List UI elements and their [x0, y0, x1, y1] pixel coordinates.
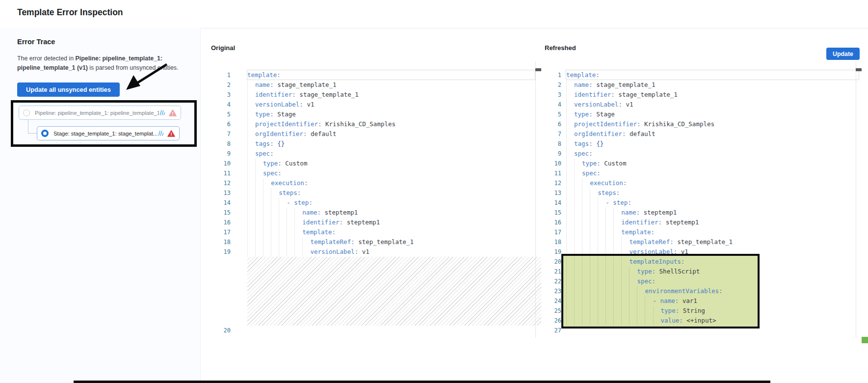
line-number: 21	[542, 267, 561, 276]
code-line: 18templateRef: step_template_1	[542, 237, 862, 247]
line-number: 3	[542, 90, 561, 100]
line-number: 9	[542, 149, 561, 159]
radio-unselected-icon[interactable]	[23, 109, 30, 116]
line-number: 2	[211, 80, 231, 90]
refreshed-yaml-editor[interactable]: 1template:2name: stage_template_13identi…	[542, 61, 862, 339]
code-line: 5type: Stage	[542, 109, 862, 119]
line-number: 19	[211, 247, 231, 257]
page-header: Template Error Inspection	[0, 0, 868, 28]
code-line: 1template:	[542, 70, 862, 80]
annotation-bottom-bar	[74, 381, 770, 383]
line-number: 24	[542, 296, 561, 306]
line-number: 20	[542, 257, 561, 267]
error-description-prefix: The error detected in	[17, 55, 75, 62]
code-line: 4versionLabel: v1	[542, 100, 862, 109]
line-number: 7	[542, 129, 561, 139]
code-line: 9spec:	[211, 149, 541, 159]
code-line: 16identifier: steptemp1	[211, 218, 541, 227]
update-all-unsynced-entities-button[interactable]: Update all unsynced entities	[17, 82, 120, 97]
line-number: 18	[211, 237, 231, 247]
code-line: 15name: steptemp1	[542, 208, 862, 218]
tree-node-pipeline-label: Pipeline: pipeline_template_1: pipeline_…	[35, 110, 159, 116]
line-number: 15	[542, 208, 561, 218]
code-line: 19versionLabel: v1	[211, 247, 541, 257]
line-number: 10	[542, 159, 561, 168]
code-line: 1template:	[211, 70, 541, 80]
refreshed-panel-title: Refreshed	[545, 44, 576, 52]
code-line: 2name: stage_template_1	[211, 80, 541, 90]
line-number: 14	[542, 198, 561, 208]
code-line: 10type: Custom	[542, 159, 862, 168]
code-line: 20templateInputs:	[542, 257, 862, 267]
tree-node-stage-label: Stage: stage_template_1: stage_templat..…	[53, 131, 158, 137]
line-number: 4	[542, 100, 561, 109]
code-line: 3identifier: stage_template_1	[211, 90, 541, 100]
code-line: 18templateRef: step_template_1	[211, 237, 541, 247]
code-line: 2name: stage_template_1	[542, 80, 862, 90]
code-line: 4versionLabel: v1	[211, 100, 541, 109]
code-line: 7orgIdentifier: default	[211, 129, 541, 139]
radio-selected-icon[interactable]	[41, 130, 49, 137]
line-number: 26	[542, 316, 561, 326]
code-line: 7orgIdentifier: default	[542, 129, 862, 139]
line-number: 5	[211, 109, 231, 119]
line-number: 5	[542, 109, 561, 119]
tree-node-pipeline[interactable]: Pipeline: pipeline_template_1: pipeline_…	[19, 106, 181, 120]
code-line: 17template:	[211, 227, 541, 237]
code-line: 6projectIdentifier: Krishika_CD_Samples	[211, 119, 541, 129]
template-icon	[158, 130, 164, 137]
tree-node-stage[interactable]: Stage: stage_template_1: stage_templat..…	[37, 126, 180, 140]
code-line: 13steps:	[211, 188, 541, 198]
line-number: 20	[211, 326, 231, 335]
code-line: 8tags: {}	[542, 139, 862, 149]
line-number: 25	[542, 306, 561, 316]
missing-lines-hatch	[247, 257, 541, 326]
line-number: 4	[211, 100, 231, 109]
line-number: 1	[211, 70, 231, 80]
page-title: Template Error Inspection	[17, 7, 123, 18]
code-line: 20	[211, 326, 541, 335]
template-error-inspection-page: Template Error Inspection Error Trace Th…	[0, 0, 868, 383]
warning-icon	[167, 130, 175, 137]
line-number: 9	[211, 149, 231, 159]
code-line: 5type: Stage	[211, 109, 541, 119]
original-panel-title: Original	[211, 44, 235, 52]
tree-connector-vertical	[28, 120, 28, 134]
original-yaml-editor[interactable]: 1template:2name: stage_template_13identi…	[211, 61, 541, 339]
code-line: 3identifier: stage_template_1	[542, 90, 862, 100]
code-line: 26value: <+input>	[542, 316, 862, 326]
code-line: 14- step:	[542, 198, 862, 208]
code-line: 11spec:	[211, 168, 541, 178]
line-number: 11	[211, 168, 231, 178]
line-number: 3	[211, 90, 231, 100]
error-trace-heading: Error Trace	[17, 38, 55, 46]
update-button[interactable]: Update	[826, 48, 860, 60]
line-number: 14	[211, 198, 231, 208]
code-line: 16identifier: steptemp1	[542, 218, 862, 227]
tree-connector-horizontal	[28, 133, 37, 134]
code-line: 12execution:	[542, 178, 862, 188]
line-number: 1	[542, 70, 561, 80]
code-line: 21type: ShellScript	[542, 267, 862, 276]
line-number: 11	[542, 168, 561, 178]
line-number: 12	[542, 178, 561, 188]
line-number: 13	[542, 188, 561, 198]
line-number: 8	[211, 139, 231, 149]
line-number: 22	[542, 276, 561, 286]
code-line: 22spec:	[542, 276, 862, 286]
line-number: 17	[211, 227, 231, 237]
line-number: 23	[542, 286, 561, 296]
code-line: 25type: String	[542, 306, 862, 316]
line-number: 17	[542, 227, 561, 237]
line-number: 19	[542, 247, 561, 257]
code-line: 11spec:	[542, 168, 862, 178]
code-line: 12execution:	[211, 178, 541, 188]
line-number: 2	[542, 80, 561, 90]
code-line: 13steps:	[542, 188, 862, 198]
code-line: 10type: Custom	[211, 159, 541, 168]
line-number: 16	[211, 218, 231, 227]
line-number: 16	[542, 218, 561, 227]
code-line: 27	[542, 326, 862, 335]
ruler-added-lines-mark	[862, 337, 868, 343]
code-line: 8tags: {}	[211, 139, 541, 149]
